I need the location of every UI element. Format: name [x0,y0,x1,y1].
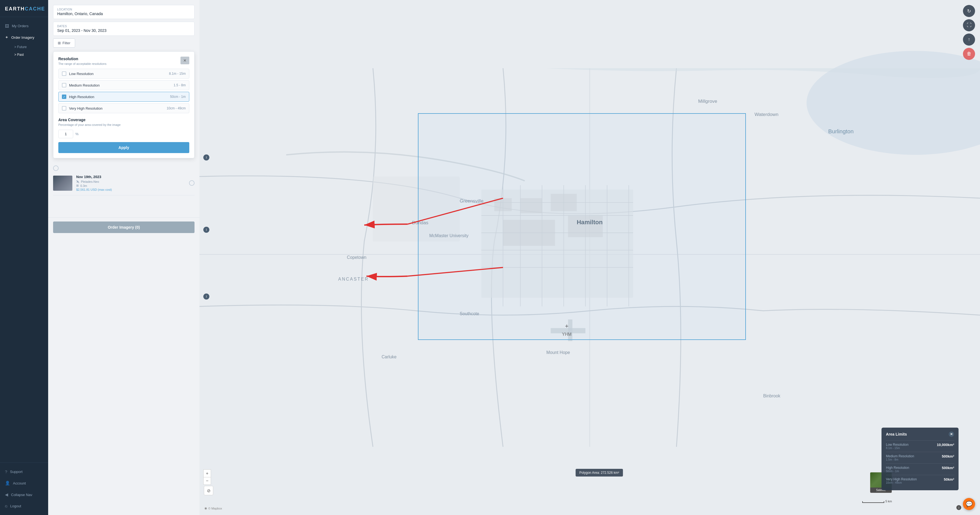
sidebar-sub-menu: > Future > Past [0,43,48,59]
map-background: + YHM Millgrove Waterdown Burlington Gre… [199,0,980,515]
area-limits-panel: Area Limits ✕ Low Resolution 8.1m - 15m … [881,428,959,490]
area-limit-value-2: 500km² [942,466,954,470]
sidebar-bottom: ? Support 👤 Account ◀ Collapse Nav ⎋ Log… [0,463,48,515]
refresh-button[interactable]: ↻ [963,5,975,17]
result-info-0: Nov 19th, 2023 🛰 Pleiades-Neo ⊞ 0.3m $2,… [76,175,185,191]
result-resolution-0: 0.3m [80,184,87,187]
resolution-option-medium[interactable]: Medium Resolution 1.5 - 8m [58,80,189,90]
map-area: + YHM Millgrove Waterdown Burlington Gre… [199,0,980,515]
dates-value: Sep 01, 2023 - Nov 30, 2023 [57,28,190,33]
low-resolution-range: 8.1m - 15m [169,72,186,76]
order-btn-bar: Order Imagery (0) [48,217,199,237]
info-icon-2[interactable]: i [203,227,209,233]
sidebar-nav: 🖼 My Orders ✦ Order Imagery > Future > P… [0,17,48,463]
scale-label: 5 km [885,500,892,503]
expand-icon: ⛶ [967,22,972,28]
sidebar-item-past[interactable]: > Past [11,51,48,59]
area-limit-value-1: 500km² [942,454,954,458]
svg-text:Mount Hope: Mount Hope [546,350,570,355]
satellite-icon: 🛰 [76,180,79,183]
map-controls-right: ↻ ⛶ ↑ 🗑 [963,5,975,60]
area-limit-label-0: Low Resolution [886,443,908,447]
result-thumb-image-0 [53,176,72,191]
delete-icon: 🗑 [967,51,972,57]
area-limit-range-3: 10cm - 49cm [886,481,917,484]
sidebar-item-order-imagery[interactable]: ✦ Order Imagery [0,32,48,43]
result-thumb-0 [53,176,72,191]
order-imagery-button[interactable]: Order Imagery (0) [53,222,194,233]
my-orders-icon: 🖼 [5,24,9,28]
filter-panel: Resolution The range of acceptable resol… [53,51,194,158]
sidebar-item-account[interactable]: 👤 Account [0,477,48,489]
low-resolution-label: Low Resolution [69,72,94,76]
resolution-option-low[interactable]: Low Resolution 8.1m - 15m [58,69,189,79]
sidebar-item-collapse-nav[interactable]: ◀ Collapse Nav [0,489,48,501]
collapse-icon: ◀ [5,492,8,497]
dates-label: Dates [57,25,190,28]
area-coverage-input[interactable] [58,130,73,138]
svg-text:Carluke: Carluke [382,355,397,359]
map-info-button[interactable]: i [956,505,961,510]
result-radio-row-1 [53,162,194,171]
checkbox-medium[interactable] [62,83,66,87]
logout-icon: ⎋ [5,504,8,509]
svg-text:ANCASTER: ANCASTER [338,277,369,281]
medium-resolution-range: 1.5 - 8m [173,83,186,87]
main-content: Location Hamilton, Ontario, Canada Dates… [48,0,980,515]
area-limit-label-3: Very High Resolution [886,477,917,481]
sidebar-item-support[interactable]: ? Support [0,466,48,477]
resolution-option-high[interactable]: ✓ High Resolution 50cm - 1m [58,92,189,102]
result-item-0[interactable]: Nov 19th, 2023 🛰 Pleiades-Neo ⊞ 0.3m $2,… [53,171,194,195]
info-icon-3[interactable]: i [203,293,209,299]
area-limits-label: Area Limits [886,432,907,436]
delete-button[interactable]: 🗑 [963,48,975,60]
result-select-radio-0[interactable] [189,180,194,186]
support-label: Support [10,470,22,474]
sidebar-item-logout[interactable]: ⎋ Logout [0,501,48,512]
mapbox-label: © Mapbox [208,507,222,510]
area-limit-row-1: Medium Resolution 1.5m - 8m 500km² [886,452,954,463]
area-limit-value-3: 50km² [944,477,954,482]
scale-bar [862,501,884,503]
area-limit-info-3: Very High Resolution 10cm - 49cm [886,477,917,484]
area-limit-range-0: 8.1m - 15m [886,447,908,450]
svg-text:+: + [565,323,569,330]
map-scale: 5 km [862,500,892,503]
area-limit-value-0: 10,000km² [937,443,954,447]
disable-drawing-button[interactable]: ⊘ [204,486,213,495]
result-radio-1[interactable] [53,165,59,171]
sidebar-item-future[interactable]: > Future [11,43,48,51]
chat-bubble-button[interactable]: 💬 [963,498,975,510]
checkbox-high[interactable]: ✓ [62,95,66,99]
sidebar-item-my-orders[interactable]: 🖼 My Orders [0,21,48,32]
location-input-box[interactable]: Location Hamilton, Ontario, Canada [53,5,194,19]
high-resolution-label: High Resolution [69,95,94,99]
search-section: Location Hamilton, Ontario, Canada Dates… [48,0,199,51]
apply-button[interactable]: Apply [58,142,189,153]
area-coverage-title: Area Coverage [58,117,189,122]
svg-text:Millgrove: Millgrove [698,98,717,104]
resolution-option-very-high[interactable]: Very High Resolution 10cm - 49cm [58,103,189,113]
results-list: Nov 19th, 2023 🛰 Pleiades-Neo ⊞ 0.3m $2,… [48,162,199,217]
svg-rect-22 [373,176,460,241]
dates-input-box[interactable]: Dates Sep 01, 2023 - Nov 30, 2023 [53,22,194,36]
svg-text:Southcote: Southcote [460,311,479,316]
location-label: Location [57,8,190,11]
location-value: Hamilton, Ontario, Canada [57,11,190,16]
checkbox-very-high[interactable] [62,106,66,111]
svg-text:Copetown: Copetown [347,255,366,260]
area-limits-close-button[interactable]: ✕ [949,431,954,437]
checkbox-low[interactable] [62,71,66,76]
mapbox-logo: ◉ © Mapbox [204,507,222,510]
logo-cache: CACHE [25,6,45,11]
filter-button[interactable]: ⊞ Filter [53,38,75,48]
upload-button[interactable]: ↑ [963,33,975,46]
app-logo: EARTHCACHE [0,0,48,17]
svg-rect-6 [520,198,542,213]
zoom-in-button[interactable]: + [203,469,211,477]
result-price-0: $2,561.81 USD (max cost) [76,188,185,191]
close-filter-button[interactable]: ✕ [180,57,189,64]
result-date-0: Nov 19th, 2023 [76,175,185,179]
expand-button[interactable]: ⛶ [963,19,975,31]
zoom-out-button[interactable]: − [203,477,211,485]
